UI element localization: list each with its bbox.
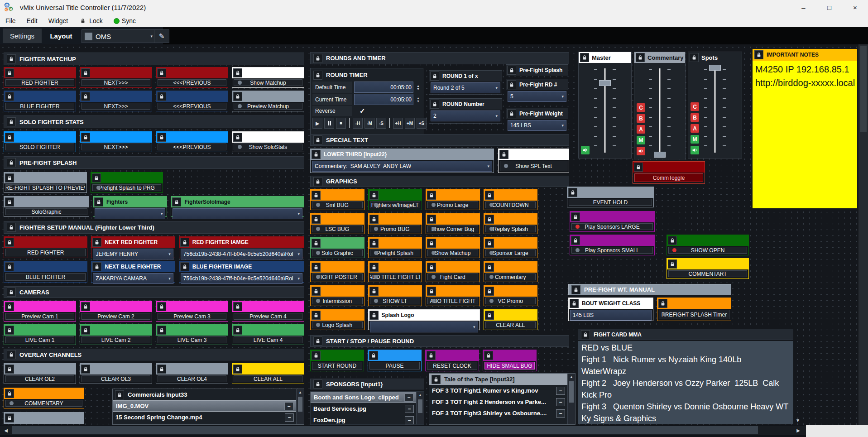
prefight-splash-button[interactable]: Prefight Splash	[368, 237, 422, 258]
round-number-select[interactable]: 2▾	[431, 110, 500, 121]
scroll-up-icon[interactable]: ▲	[568, 374, 575, 380]
solographic-button[interactable]: SoloGraphic	[4, 196, 89, 217]
clear-all-button[interactable]: CLEAR ALL	[484, 309, 538, 330]
scroll-up-icon[interactable]: ▲	[297, 389, 304, 396]
show-lt-button[interactable]: SHOW LT	[368, 285, 422, 306]
next-red-fighter-select[interactable]: JEREMY HENRY▾	[93, 249, 173, 259]
minus-minutes-button[interactable]: -M	[364, 118, 374, 129]
pause-button[interactable]	[324, 118, 334, 129]
fightersoloimage-select[interactable]: ▾	[173, 208, 302, 219]
scrollbar[interactable]: ▲	[296, 389, 304, 424]
hide-small-bug-button[interactable]: HIDE SMALL BUG	[483, 350, 537, 371]
bus-a-button[interactable]: A	[637, 125, 645, 134]
scrollbar-thumb[interactable]	[569, 381, 574, 403]
fight-card-button[interactable]: Fight Card	[426, 261, 480, 282]
show-spl-text-button[interactable]: Show SPL Text	[498, 149, 569, 173]
pre-fight-splash-to-preview-button[interactable]: PRE-FIGHT SPLASH TO PREVIEW	[4, 172, 87, 193]
list-item[interactable]: Beard Services.jpg−	[311, 403, 417, 414]
list-item[interactable]: FoxDen.jpg−	[311, 414, 417, 425]
scrollbar[interactable]: ▲	[416, 392, 424, 424]
default-time-stepper[interactable]: ▲▼	[415, 84, 421, 91]
scrollbar-thumb[interactable]	[418, 399, 422, 413]
list-item[interactable]: Booth and Sons Logo_clipped_rev_1.png−	[311, 392, 417, 403]
remove-item-button[interactable]: −	[556, 409, 565, 418]
list-item[interactable]: IMG_0.MOV−	[113, 400, 297, 412]
reverse-checkbox[interactable]: ✓	[360, 107, 365, 115]
stop-button[interactable]: ■	[336, 118, 346, 129]
promo-large-button[interactable]: Promo Large	[426, 189, 480, 210]
preview-cam-3-button[interactable]: Preview Cam 3	[156, 301, 228, 322]
spin-down-icon[interactable]: ▼	[415, 100, 421, 103]
volume-slider-handle[interactable]	[654, 152, 666, 158]
promo-bug-button[interactable]: Promo BUG	[368, 213, 422, 234]
remove-item-button[interactable]: −	[284, 402, 293, 410]
sml-bug-button[interactable]: Sml BUG	[310, 189, 364, 210]
edit-profile-button[interactable]: ✎	[154, 29, 169, 43]
commentart-button[interactable]: COMMENTART	[667, 258, 749, 279]
fighters-w-imagelt-button[interactable]: Fighters w/ImageLT	[368, 189, 422, 210]
close-button[interactable]: ×	[842, 0, 868, 14]
current-time-input[interactable]: 00:05:00	[354, 94, 413, 105]
list-item[interactable]: FOF 3 TOT Fight3 Shirley vs Osbourne....…	[429, 408, 568, 419]
abo-title-fight-button[interactable]: ABO TITLE FIGHT	[426, 285, 480, 306]
commentary-button[interactable]: COMMENTARY	[4, 388, 84, 408]
red-fighter-button[interactable]: RED FIGHTER	[4, 67, 76, 88]
spin-up-icon[interactable]: ▲	[415, 84, 421, 87]
blue-fighter-image-select[interactable]: 756cb19b-2438-47ff-b04e-9c5e520d640a\Rol…	[181, 273, 302, 284]
show-solostats-button[interactable]: Show SoloStats	[232, 131, 304, 152]
horizontal-scrollbar[interactable]: ◀ ▶	[0, 425, 868, 437]
clear-ol3-button[interactable]: CLEAR OL3	[80, 363, 152, 384]
scrollbar-thumb[interactable]	[860, 46, 867, 132]
menu-file[interactable]: File	[0, 14, 21, 27]
important-notes-body[interactable]: M4250 IP 192.168.85.1http://birddog-xxxx…	[753, 61, 857, 208]
logo-splash-button[interactable]: Logo Splash	[310, 309, 364, 330]
splash-logo-select[interactable]: ▾	[370, 322, 478, 332]
remove-item-button[interactable]: −	[556, 387, 565, 395]
speaker-icon[interactable]	[691, 146, 699, 154]
bus-b-button[interactable]: B	[637, 114, 645, 123]
fight-poster-button[interactable]: FIGHT POSTER	[310, 261, 364, 282]
commentary-button[interactable]: Commentary	[484, 261, 538, 282]
reset-clock-button[interactable]: RESET CLOCK	[425, 350, 479, 371]
live-cam-2-button[interactable]: LIVE Cam 2	[80, 324, 152, 345]
play-sponsors-large-button[interactable]: Play Sponsors LARGE	[570, 211, 655, 232]
scroll-left-icon[interactable]: ◀	[1, 426, 11, 435]
fight-card-text[interactable]: RED vs BLUEFight 1 Nick Rumer vs Nyzaiah…	[578, 341, 793, 424]
blue-fighter-button[interactable]: BLUE FIGHTER	[4, 261, 87, 283]
speaker-muted-icon[interactable]	[637, 147, 645, 155]
remove-item-button[interactable]: −	[404, 394, 413, 402]
bus-m-button[interactable]: M	[637, 136, 645, 144]
plus-hours-button[interactable]: +H	[393, 118, 403, 129]
clear-ol2-button[interactable]: CLEAR OL2	[4, 363, 76, 384]
red-fighter-iamge-select[interactable]: 756cb19b-2438-47ff-b04e-9c5e520d640a\Rol…	[181, 249, 302, 259]
spin-down-icon[interactable]: ▼	[415, 87, 421, 91]
list-item[interactable]: 15 Second Spring Change.mp4−	[113, 412, 297, 423]
next-blue-fighter-select[interactable]: ZAKARIYA CAMARA▾	[93, 273, 173, 284]
menu-widget[interactable]: Widget	[43, 14, 74, 27]
menu-lock[interactable]: Lock	[73, 14, 108, 27]
round-1-of-x-select[interactable]: Round 2 of 5▾	[431, 82, 500, 93]
scrollbar[interactable]: ▲	[567, 374, 575, 424]
vc-promo-button[interactable]: VC Promo	[484, 285, 538, 306]
bus-a-button[interactable]: A	[691, 124, 699, 133]
prefight-splash-to-prg-button[interactable]: Prefight Splash to PRG	[91, 172, 163, 193]
preview-cam-2-button[interactable]: Preview Cam 2	[80, 301, 152, 322]
minus-seconds-button[interactable]: -S	[376, 118, 386, 129]
clear-all-button[interactable]: CLEAR ALL	[232, 363, 304, 384]
spin-up-icon[interactable]: ▲	[415, 96, 421, 100]
list-item[interactable]: FOF 3 TOT Fight 2 Henderson vs Parke...−	[429, 396, 568, 408]
menu-edit[interactable]: Edit	[21, 14, 43, 27]
scrollbar-thumb[interactable]	[298, 397, 302, 412]
plus-seconds-button[interactable]: +S	[417, 118, 427, 129]
pre-fight-rd-select[interactable]: 5▾	[508, 91, 566, 102]
list-item[interactable]: FOF 3 TOT Fight1 Rumer vs King.mov−	[429, 385, 568, 396]
live-cam-1-button[interactable]: LIVE Cam 1	[4, 324, 76, 345]
remove-item-button[interactable]: −	[285, 413, 294, 422]
bus-m-button[interactable]: M	[691, 135, 699, 144]
bus-c-button[interactable]: C	[691, 102, 699, 111]
previous-button[interactable]: <<<PREVIOUS	[156, 131, 228, 152]
vertical-scrollbar[interactable]	[858, 44, 868, 425]
preview-cam-4-button[interactable]: Preview Cam 4	[232, 301, 304, 322]
event-hold-button[interactable]: EVENT HOLD	[567, 187, 654, 207]
previous-button[interactable]: <<<PREVIOUS	[156, 91, 228, 111]
